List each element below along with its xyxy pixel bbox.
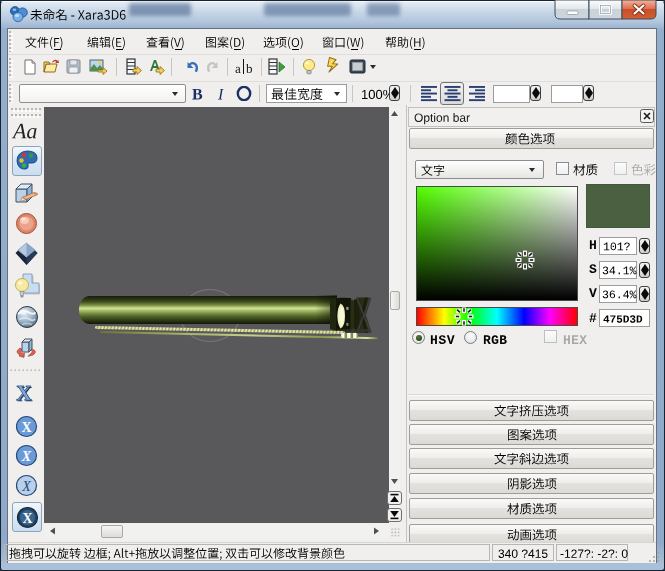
svg-text:X: X — [21, 449, 32, 464]
svg-text:X: X — [21, 479, 31, 494]
svg-text:X: X — [22, 511, 32, 526]
svg-text:X: X — [21, 420, 31, 435]
